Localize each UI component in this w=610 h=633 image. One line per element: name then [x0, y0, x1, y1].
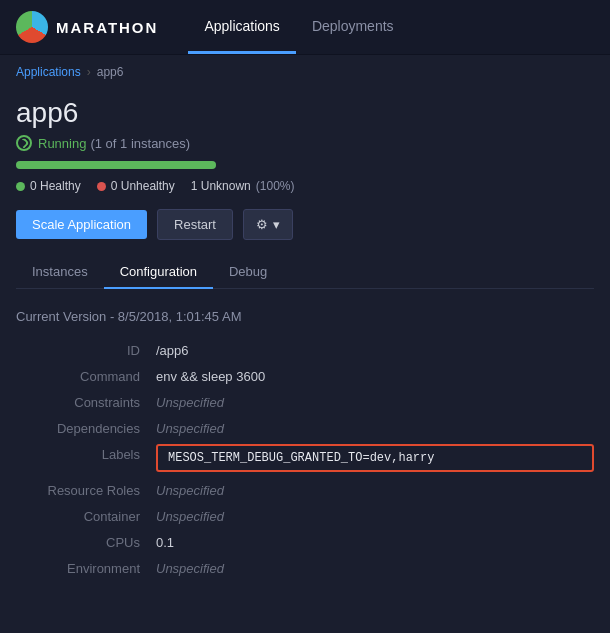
tab-debug[interactable]: Debug	[213, 256, 283, 289]
config-label: Container	[16, 506, 156, 524]
breadcrumb-separator: ›	[87, 65, 91, 79]
health-unhealthy: 0 Unhealthy	[97, 179, 175, 193]
config-label: Dependencies	[16, 418, 156, 436]
page-content: app6 Running (1 of 1 instances) 0 Health…	[0, 89, 610, 600]
config-label: Labels	[16, 444, 156, 462]
logo: MARATHON	[16, 11, 158, 43]
progress-bar	[16, 161, 216, 169]
healthy-dot	[16, 182, 25, 191]
config-value: Unspecified	[156, 558, 594, 576]
healthy-label: 0 Healthy	[30, 179, 81, 193]
config-value: env && sleep 3600	[156, 366, 594, 384]
breadcrumb-current: app6	[97, 65, 124, 79]
progress-bar-fill	[16, 161, 216, 169]
nav-tabs: Applications Deployments	[188, 0, 409, 54]
config-row: CPUs0.1	[16, 532, 594, 550]
config-value: /app6	[156, 340, 594, 358]
version-header: Current Version - 8/5/2018, 1:01:45 AM	[16, 309, 594, 324]
breadcrumb-parent[interactable]: Applications	[16, 65, 81, 79]
unhealthy-dot	[97, 182, 106, 191]
logo-icon	[16, 11, 48, 43]
settings-dropdown-button[interactable]: ⚙ ▾	[243, 209, 293, 240]
top-nav: MARATHON Applications Deployments	[0, 0, 610, 55]
breadcrumb: Applications › app6	[0, 55, 610, 89]
config-value: MESOS_TERM_DEBUG_GRANTED_TO=dev,harry	[156, 444, 594, 472]
unhealthy-label: 0 Unhealthy	[111, 179, 175, 193]
config-row: Commandenv && sleep 3600	[16, 366, 594, 384]
config-label: Command	[16, 366, 156, 384]
scale-button[interactable]: Scale Application	[16, 210, 147, 239]
health-unknown: 1 Unknown (100%)	[191, 179, 295, 193]
health-healthy: 0 Healthy	[16, 179, 81, 193]
config-label: Resource Roles	[16, 480, 156, 498]
unknown-pct: (100%)	[256, 179, 295, 193]
health-row: 0 Healthy 0 Unhealthy 1 Unknown (100%)	[16, 179, 594, 193]
config-row: EnvironmentUnspecified	[16, 558, 594, 576]
config-label: Constraints	[16, 392, 156, 410]
config-row: ConstraintsUnspecified	[16, 392, 594, 410]
nav-tab-deployments[interactable]: Deployments	[296, 0, 410, 54]
config-table: ID/app6Commandenv && sleep 3600Constrain…	[16, 340, 594, 576]
config-label: ID	[16, 340, 156, 358]
nav-tab-applications[interactable]: Applications	[188, 0, 296, 54]
config-value: 0.1	[156, 532, 594, 550]
tab-configuration[interactable]: Configuration	[104, 256, 213, 289]
sub-tabs: Instances Configuration Debug	[16, 256, 594, 289]
config-row: Resource RolesUnspecified	[16, 480, 594, 498]
config-row: ContainerUnspecified	[16, 506, 594, 524]
config-row: ID/app6	[16, 340, 594, 358]
app-title: app6	[16, 97, 594, 129]
config-label: CPUs	[16, 532, 156, 550]
config-value: Unspecified	[156, 392, 594, 410]
config-row: LabelsMESOS_TERM_DEBUG_GRANTED_TO=dev,ha…	[16, 444, 594, 472]
running-icon	[16, 135, 32, 151]
tab-instances[interactable]: Instances	[16, 256, 104, 289]
restart-button[interactable]: Restart	[157, 209, 233, 240]
action-bar: Scale Application Restart ⚙ ▾	[16, 209, 594, 240]
config-row: DependenciesUnspecified	[16, 418, 594, 436]
logo-text: MARATHON	[56, 19, 158, 36]
running-status: Running (1 of 1 instances)	[16, 135, 594, 151]
config-value: Unspecified	[156, 506, 594, 524]
config-value: Unspecified	[156, 480, 594, 498]
settings-icon: ⚙	[256, 217, 268, 232]
instances-text: (1 of 1 instances)	[90, 136, 190, 151]
config-label: Environment	[16, 558, 156, 576]
unknown-label: 1 Unknown	[191, 179, 251, 193]
running-text: Running	[38, 136, 86, 151]
config-value: Unspecified	[156, 418, 594, 436]
dropdown-icon: ▾	[273, 217, 280, 232]
